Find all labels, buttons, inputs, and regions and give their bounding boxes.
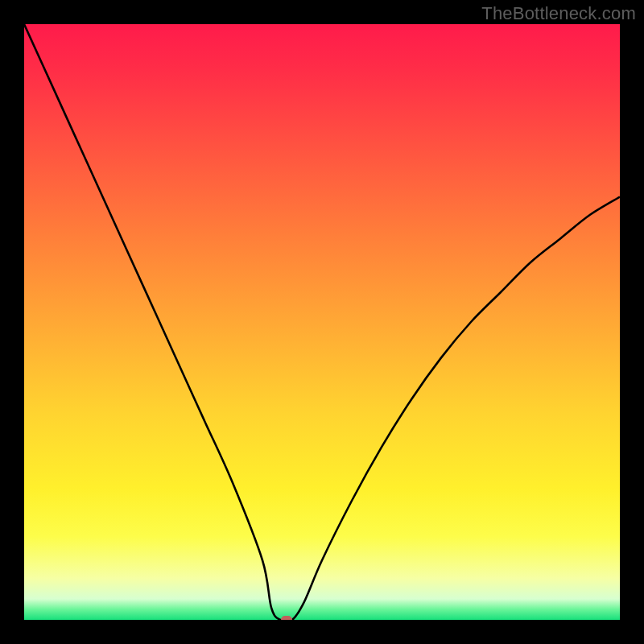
chart-frame: TheBottleneck.com: [0, 0, 644, 644]
plot-area: [24, 24, 620, 620]
bottleneck-curve: [24, 24, 620, 620]
minimum-marker: [281, 616, 292, 620]
curve-path: [24, 24, 620, 620]
watermark-text: TheBottleneck.com: [481, 3, 636, 24]
